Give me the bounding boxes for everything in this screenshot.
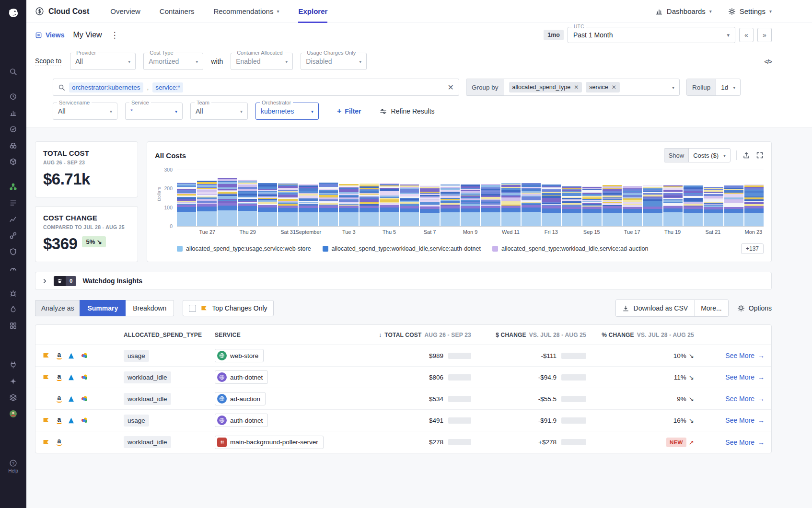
- add-filter-button[interactable]: +Filter: [337, 107, 361, 115]
- settings-menu[interactable]: Settings▾: [728, 7, 772, 15]
- watchdog-insights-row[interactable]: 0 Watchdog Insights: [35, 272, 772, 290]
- metric-select[interactable]: Costs ($)▾: [689, 149, 730, 162]
- chart-bar[interactable]: [380, 183, 399, 226]
- legend-item[interactable]: allocated_spend_type:usage,service:web-s…: [177, 245, 311, 252]
- views-button[interactable]: Views: [35, 31, 64, 39]
- chart-bar[interactable]: [724, 185, 743, 226]
- chart-bar[interactable]: [339, 184, 358, 226]
- error-tracking-icon[interactable]: [0, 285, 26, 301]
- col-total-cost[interactable]: ↓TOTAL COSTAUG 26 - SEP 23: [373, 332, 471, 338]
- top-changes-checkbox[interactable]: [189, 305, 196, 312]
- service-chip[interactable]: main-background-poller-server: [215, 436, 324, 449]
- time-forward-button[interactable]: »: [757, 28, 772, 42]
- see-more-link[interactable]: See More→: [694, 416, 765, 424]
- col-service[interactable]: SERVICE: [215, 332, 373, 338]
- chart-bar[interactable]: [278, 184, 297, 226]
- more-button[interactable]: More...: [694, 300, 728, 316]
- clear-search-icon[interactable]: ✕: [448, 83, 454, 92]
- avatar[interactable]: [0, 405, 26, 422]
- download-csv-button[interactable]: Download as CSV: [616, 300, 695, 316]
- servicename-select[interactable]: Servicename All ▾: [53, 103, 117, 120]
- search-input[interactable]: orchestrator:kubernetes , service:* ✕: [53, 79, 459, 96]
- service-chip[interactable]: auth-dotnet: [215, 414, 268, 427]
- chart-bar[interactable]: [441, 185, 460, 226]
- datadog-logo[interactable]: [5, 5, 22, 21]
- see-more-link[interactable]: See More→: [694, 439, 765, 446]
- service-map-icon[interactable]: [0, 178, 26, 195]
- tab-recommendations[interactable]: Recommendations▾: [213, 0, 279, 23]
- sparkles-icon[interactable]: [0, 373, 26, 389]
- spend-type-value[interactable]: workload_idle: [124, 393, 171, 405]
- container-allocated-select[interactable]: Container Allocated Enabled ▾: [231, 53, 293, 70]
- chart-bar[interactable]: [461, 185, 480, 226]
- tab-summary[interactable]: Summary: [80, 300, 126, 316]
- chart-bar[interactable]: [542, 185, 561, 226]
- chart-bar[interactable]: [744, 185, 764, 226]
- chart-bar[interactable]: [603, 185, 622, 226]
- ci-visibility-icon[interactable]: [0, 317, 26, 334]
- tab-breakdown[interactable]: Breakdown: [126, 300, 174, 316]
- col-pct-change[interactable]: % CHANGEVS. JUL 28 - AUG 25: [586, 332, 694, 338]
- service-chip[interactable]: ad-auction: [215, 392, 266, 405]
- see-more-link[interactable]: See More→: [694, 352, 765, 359]
- flag-icon[interactable]: [42, 416, 57, 424]
- security-icon[interactable]: [0, 243, 26, 260]
- chart-bar[interactable]: [360, 184, 379, 226]
- provider-select[interactable]: Provider All ▾: [70, 53, 136, 70]
- search-icon[interactable]: [0, 63, 26, 80]
- containers-icon[interactable]: [0, 153, 26, 170]
- chart-bar[interactable]: [684, 185, 703, 226]
- chevron-down-icon[interactable]: ▾: [667, 79, 679, 95]
- fullscreen-icon[interactable]: [756, 151, 764, 159]
- top-changes-toggle[interactable]: Top Changes Only: [183, 300, 273, 316]
- flag-icon[interactable]: [42, 439, 57, 446]
- integrations-icon[interactable]: [0, 227, 26, 243]
- chart-bar[interactable]: [218, 178, 237, 226]
- see-more-link[interactable]: See More→: [694, 373, 765, 381]
- usage-charges-select[interactable]: Usage Charges Only Disabled ▾: [301, 53, 367, 70]
- tab-containers[interactable]: Containers: [160, 0, 195, 23]
- chart-bar[interactable]: [319, 183, 338, 226]
- chart-bar[interactable]: [522, 183, 541, 226]
- layers-icon[interactable]: [0, 389, 26, 405]
- legend-item[interactable]: allocated_spend_type:workload_idle,servi…: [492, 245, 648, 252]
- chart-bar[interactable]: [501, 183, 521, 227]
- see-more-link[interactable]: See More→: [694, 395, 765, 403]
- query-token[interactable]: orchestrator:kubernetes: [69, 82, 143, 92]
- remove-icon[interactable]: ✕: [574, 84, 579, 91]
- rollup-select[interactable]: 1d▾: [716, 79, 740, 95]
- code-view-icon[interactable]: </>: [764, 58, 772, 65]
- logs-icon[interactable]: [0, 195, 26, 211]
- service-select[interactable]: Service * ▾: [125, 103, 183, 120]
- remove-icon[interactable]: ✕: [612, 84, 616, 91]
- group-by-chip[interactable]: service✕: [586, 82, 620, 92]
- col-spend-type[interactable]: ALLOCATED_SPEND_TYPE: [124, 332, 215, 338]
- tab-explorer[interactable]: Explorer: [298, 0, 327, 23]
- chart-bar[interactable]: [400, 185, 419, 226]
- chart-bar[interactable]: [299, 184, 318, 226]
- profiling-icon[interactable]: [0, 301, 26, 317]
- metrics-icon[interactable]: [0, 211, 26, 227]
- chart-bar[interactable]: [197, 181, 216, 226]
- chart-bar[interactable]: [177, 182, 196, 226]
- chevron-right-icon[interactable]: [42, 278, 47, 284]
- group-by-chip[interactable]: allocated_spend_type✕: [509, 82, 582, 92]
- help-button[interactable]: ? Help: [8, 459, 18, 473]
- options-button[interactable]: Options: [737, 304, 772, 312]
- chart-bar[interactable]: [582, 186, 602, 226]
- legend-more-chip[interactable]: +137: [741, 243, 764, 254]
- spend-type-value[interactable]: usage: [124, 350, 149, 362]
- dashboards-icon[interactable]: [0, 104, 26, 121]
- spend-type-value[interactable]: workload_idle: [124, 371, 171, 383]
- history-icon[interactable]: [0, 88, 26, 104]
- flag-icon[interactable]: [42, 373, 57, 381]
- team-select[interactable]: Team All ▾: [190, 103, 248, 120]
- chart-bar[interactable]: [238, 180, 257, 226]
- chart-bar[interactable]: [643, 185, 662, 226]
- service-chip[interactable]: auth-dotnet: [215, 370, 268, 384]
- export-icon[interactable]: [742, 151, 750, 159]
- apm-icon[interactable]: [0, 260, 26, 276]
- monitors-icon[interactable]: [0, 121, 26, 137]
- chart-bar[interactable]: [562, 186, 581, 226]
- chart-bar[interactable]: [481, 184, 500, 226]
